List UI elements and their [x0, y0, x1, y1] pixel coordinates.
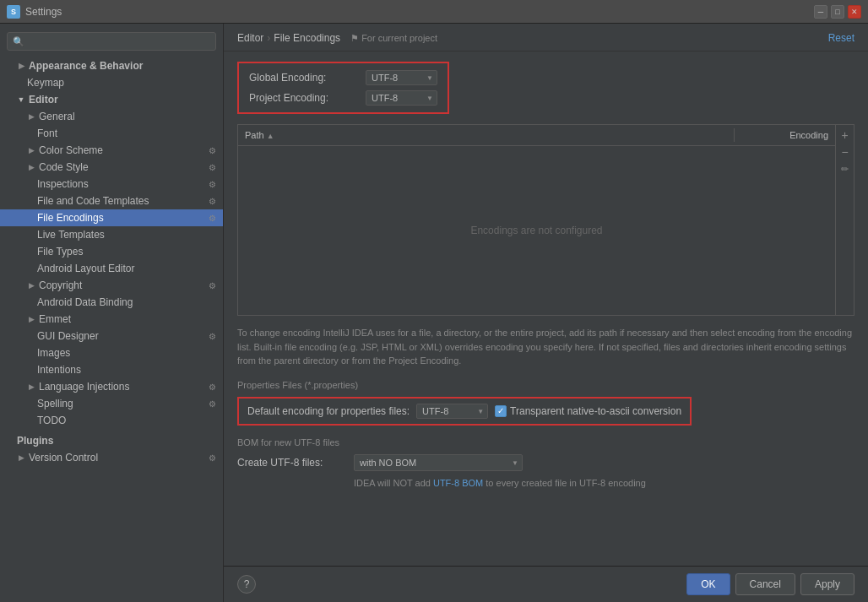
sidebar-item-intentions[interactable]: Intentions [0, 361, 223, 378]
sidebar-item-label: Color Scheme [39, 144, 103, 156]
settings-icon-codestyle: ⚙ [209, 163, 216, 172]
encoding-table: Path ▲ Encoding Encodings are not config… [238, 125, 835, 315]
sidebar-item-label: TODO [37, 415, 66, 426]
native-to-ascii-wrapper[interactable]: ✓ Transparent native-to-ascii conversion [495, 405, 681, 417]
sidebar-item-appearance[interactable]: ▶ Appearance & Behavior [0, 57, 223, 74]
sidebar-item-inspections[interactable]: Inspections ⚙ [0, 176, 223, 193]
th-path[interactable]: Path ▲ [238, 128, 734, 142]
sidebar-item-label: Font [37, 127, 57, 139]
minimize-button[interactable]: ─ [814, 5, 827, 19]
encoding-box: Global Encoding: UTF-8 UTF-16 ISO-8859-1… [237, 62, 449, 114]
table-body-empty: Encodings are not configured [238, 146, 835, 315]
bom-row: Create UTF-8 files: with NO BOM with BOM [237, 454, 854, 471]
project-encoding-select[interactable]: UTF-8 UTF-16 ISO-8859-1 [366, 90, 437, 106]
sidebar-item-fileencodings[interactable]: File Encodings ⚙ [0, 209, 223, 226]
properties-encoding-box: Default encoding for properties files: U… [237, 397, 692, 426]
props-encoding-select[interactable]: UTF-8 UTF-16 ISO-8859-1 [416, 404, 488, 419]
global-encoding-select[interactable]: UTF-8 UTF-16 ISO-8859-1 [366, 70, 437, 85]
native-to-ascii-label: Transparent native-to-ascii conversion [510, 405, 681, 417]
sidebar-item-label: GUI Designer [37, 330, 99, 342]
native-to-ascii-checkbox[interactable]: ✓ [495, 405, 507, 417]
settings-icon-inspections: ⚙ [209, 180, 216, 189]
sidebar-item-font[interactable]: Font [0, 125, 223, 142]
table-header: Path ▲ Encoding [238, 125, 835, 146]
sidebar-item-editor[interactable]: ▼ Editor [0, 91, 223, 108]
dialog-buttons: OK Cancel Apply [686, 573, 854, 595]
sidebar-item-label: Intentions [37, 364, 81, 376]
sidebar-item-label: General [39, 111, 75, 122]
settings-icon-versioncontrol: ⚙ [209, 453, 216, 463]
sidebar-item-label: Live Templates [37, 229, 105, 241]
sidebar-item-androidlayout[interactable]: Android Layout Editor [0, 260, 223, 277]
settings-icon-guidesigner: ⚙ [209, 332, 216, 341]
sidebar-item-label: Plugins [17, 435, 53, 447]
project-encoding-row: Project Encoding: UTF-8 UTF-16 ISO-8859-… [249, 90, 437, 106]
expand-arrow-codestyle: ▶ [27, 163, 35, 171]
sidebar-item-plugins[interactable]: Plugins [0, 432, 223, 449]
sidebar-item-todo[interactable]: TODO [0, 412, 223, 429]
sidebar-item-keymap[interactable]: Keymap [0, 74, 223, 91]
bom-link[interactable]: UTF-8 BOM [433, 478, 483, 488]
default-encoding-label: Default encoding for properties files: [247, 405, 410, 417]
content-area: Editor › File Encodings ⚑ For current pr… [224, 24, 868, 602]
remove-row-button[interactable]: − [838, 145, 852, 159]
encoding-table-container: Path ▲ Encoding Encodings are not config… [237, 124, 854, 316]
properties-section-label: Properties Files (*.properties) [237, 380, 854, 390]
sidebar-item-label: Copyright [39, 279, 82, 291]
window-controls: ─ □ ✕ [814, 5, 861, 19]
sidebar-item-label: Language Injections [39, 381, 129, 393]
add-row-button[interactable]: + [838, 128, 852, 142]
sidebar-item-label: Images [37, 347, 70, 359]
th-encoding: Encoding [734, 128, 835, 142]
search-input[interactable] [28, 35, 210, 47]
breadcrumb-sub: ⚑ For current project [350, 33, 437, 44]
sidebar-item-filetypes[interactable]: File Types [0, 243, 223, 260]
reset-link[interactable]: Reset [828, 32, 854, 44]
sidebar-item-emmet[interactable]: ▶ Emmet [0, 311, 223, 328]
sort-arrow: ▲ [267, 132, 274, 140]
sidebar-item-androiddatabinding[interactable]: Android Data Binding [0, 294, 223, 311]
search-box[interactable]: 🔍 [7, 32, 216, 51]
settings-icon-copyright: ⚙ [209, 281, 216, 290]
app-icon: S [7, 5, 20, 19]
close-button[interactable]: ✕ [848, 5, 861, 19]
breadcrumb-separator: › [267, 32, 270, 44]
help-button[interactable]: ? [237, 575, 256, 594]
expand-arrow-general: ▶ [27, 112, 35, 121]
sidebar-item-livetemplates[interactable]: Live Templates [0, 226, 223, 243]
sidebar-item-colorscheme[interactable]: ▶ Color Scheme ⚙ [0, 142, 223, 159]
bom-section-label: BOM for new UTF-8 files [237, 437, 854, 447]
main-container: 🔍 ▶ Appearance & Behavior Keymap ▼ Edito… [0, 24, 868, 602]
sidebar-item-spelling[interactable]: Spelling ⚙ [0, 395, 223, 412]
content-scroll: Global Encoding: UTF-8 UTF-16 ISO-8859-1… [224, 52, 868, 566]
sidebar-item-general[interactable]: ▶ General [0, 108, 223, 125]
edit-row-button[interactable]: ✏ [838, 162, 852, 176]
sidebar-item-label: Version Control [29, 452, 98, 464]
bom-note: IDEA will NOT add UTF-8 BOM to every cre… [237, 478, 854, 488]
sidebar-item-codestyle[interactable]: ▶ Code Style ⚙ [0, 159, 223, 176]
expand-arrow-appearance: ▶ [17, 62, 25, 70]
sidebar-item-images[interactable]: Images [0, 344, 223, 361]
maximize-button[interactable]: □ [831, 5, 844, 19]
ok-button[interactable]: OK [686, 573, 730, 595]
apply-button[interactable]: Apply [800, 573, 854, 595]
props-encoding-select-wrapper: UTF-8 UTF-16 ISO-8859-1 [416, 404, 488, 419]
sidebar-item-label: File Encodings [37, 212, 104, 224]
title-bar: S Settings ─ □ ✕ [0, 0, 868, 24]
sidebar-item-guidesigner[interactable]: GUI Designer ⚙ [0, 328, 223, 344]
sidebar-item-codetemplates[interactable]: File and Code Templates ⚙ [0, 193, 223, 209]
sidebar-item-languageinjections[interactable]: ▶ Language Injections ⚙ [0, 378, 223, 395]
cancel-button[interactable]: Cancel [735, 573, 795, 595]
sidebar-item-label: Android Data Binding [37, 296, 133, 308]
bom-create-label: Create UTF-8 files: [237, 457, 347, 469]
sidebar-item-label: File Types [37, 246, 83, 258]
expand-arrow-emmet: ▶ [27, 315, 35, 323]
sidebar-item-versioncontrol[interactable]: ▶ Version Control ⚙ [0, 449, 223, 466]
sidebar-item-label: Appearance & Behavior [29, 60, 143, 72]
sidebar-item-copyright[interactable]: ▶ Copyright ⚙ [0, 277, 223, 294]
sidebar-item-label: Editor [29, 94, 58, 106]
bom-select[interactable]: with NO BOM with BOM [354, 454, 523, 471]
sidebar: 🔍 ▶ Appearance & Behavior Keymap ▼ Edito… [0, 24, 224, 602]
sidebar-item-label: Keymap [27, 77, 64, 89]
breadcrumb-parent: Editor [237, 32, 263, 44]
